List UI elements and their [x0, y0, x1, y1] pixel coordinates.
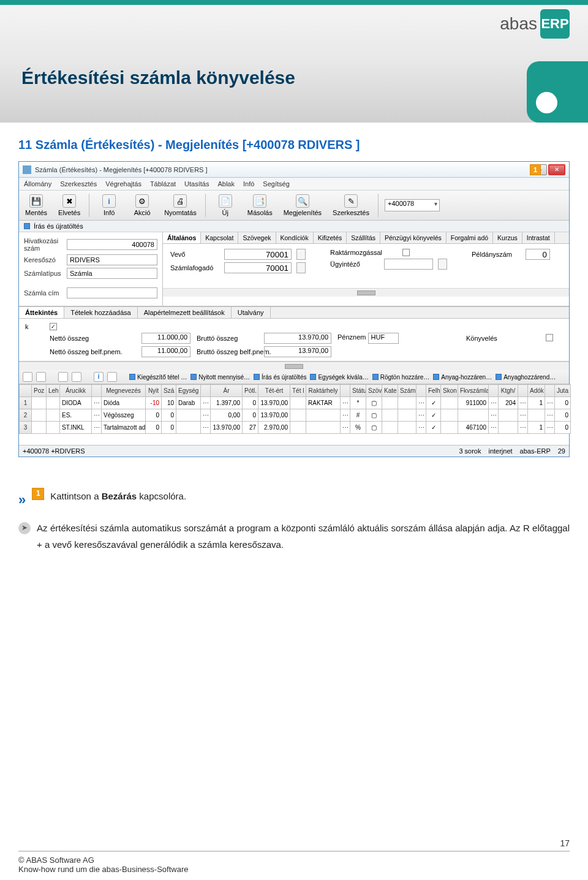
ref-no-input[interactable] — [67, 239, 157, 250]
menu-item[interactable]: Táblázat — [150, 180, 176, 188]
lookup-icon[interactable] — [296, 249, 306, 260]
header-band: abas ERP Értékesítési számla könyvelése — [0, 0, 588, 123]
ref-no-label: Hivatkozási szám — [24, 237, 63, 252]
invoice-title-label: Számla cím — [24, 289, 63, 297]
app-window: Számla (Értékesítés) - Megjelenítés [+40… — [18, 161, 570, 457]
action-button[interactable]: ⚙Akció — [129, 193, 156, 218]
lookup-icon[interactable] — [296, 262, 306, 273]
tab-general[interactable]: Általános — [163, 232, 201, 243]
szamlafogado-input[interactable] — [224, 262, 292, 273]
instruction-step-1: Kattintson a Bezárás kapcsolóra. — [50, 488, 570, 512]
tab-voucher[interactable]: Utalvány — [232, 307, 271, 318]
konyveles-label: Könyvelés — [466, 335, 540, 342]
tb-action[interactable]: Anyag-hozzáren… — [433, 374, 492, 381]
menubar: Állomány Szerkesztés Végrehajtás Tábláza… — [19, 178, 569, 191]
page-number: 17 — [560, 838, 570, 848]
menu-item[interactable]: Infó — [243, 180, 254, 188]
titlebar: Számla (Értékesítés) - Megjelenítés [+40… — [19, 162, 569, 178]
tab-delivery[interactable]: Szállítás — [347, 232, 380, 243]
raktar-checkbox[interactable] — [402, 249, 410, 256]
tb-icon[interactable] — [107, 372, 117, 382]
menu-item[interactable]: Utasítás — [184, 180, 209, 188]
invoice-title-input[interactable] — [67, 287, 157, 298]
tab-texts[interactable]: Szövegek — [238, 232, 276, 243]
grid-toolbar: i Kiegészítő tétel … Nyitott mennyisé… Í… — [19, 370, 569, 384]
subbar-label[interactable]: Írás és újratöltés — [34, 222, 83, 230]
tb-action[interactable]: Írás és újratöltés — [254, 374, 306, 381]
peldany-input[interactable] — [526, 249, 550, 260]
lookup-input[interactable]: +400078 — [385, 199, 440, 211]
search-input[interactable] — [67, 254, 157, 265]
search-label: Keresőszó — [24, 256, 63, 264]
tb-action[interactable]: Kiegészítő tétel … — [129, 374, 187, 381]
tab-conditions[interactable]: Kondíciók — [276, 232, 314, 243]
menu-item[interactable]: Ablak — [217, 180, 235, 188]
tab-add-items[interactable]: Tételek hozzáadása — [64, 307, 137, 318]
vevo-input[interactable] — [224, 249, 292, 260]
save-icon: 💾 — [29, 194, 43, 208]
callout-ref-1: 1 — [32, 488, 44, 500]
hscrollbar[interactable] — [19, 362, 569, 370]
info-button[interactable]: iInfó — [96, 193, 123, 218]
close-button[interactable]: ✕ — [548, 164, 565, 175]
tab-payment[interactable]: Kifizetés — [314, 232, 347, 243]
info-icon: i — [102, 194, 116, 208]
copy-button[interactable]: 📑Másolás — [245, 193, 275, 218]
instruction-paragraph: Az értékesítési számla automatikus sorsz… — [37, 520, 570, 553]
tb-icon[interactable] — [36, 372, 46, 382]
footer-tagline: Know-how rund um die abas-Business-Softw… — [18, 865, 570, 874]
discard-button[interactable]: ✖Elvetés — [56, 193, 83, 218]
szamlafogado-label: Számlafogadó — [170, 264, 219, 271]
tab-contact[interactable]: Kapcsolat — [201, 232, 238, 243]
table-row[interactable]: 3ST.INKL⋯Tartalmazott adó00⋯13.970,00272… — [20, 422, 571, 434]
konyveles-checkbox[interactable] — [546, 334, 553, 341]
k-checkbox[interactable]: ✓ — [50, 323, 57, 330]
tab-financial[interactable]: Pénzügyi könyvelés — [380, 232, 447, 243]
lower-tabstrip: Áttekintés Tételek hozzáadása Alapértelm… — [19, 306, 569, 319]
app-icon — [23, 165, 31, 174]
tb-icon[interactable] — [58, 372, 68, 382]
tab-overview[interactable]: Áttekintés — [19, 307, 64, 318]
discard-icon: ✖ — [62, 194, 76, 208]
tb-icon[interactable]: i — [94, 372, 104, 382]
statusbar: +400078 +RDIVERS 3 sorok interjnet abas-… — [19, 445, 569, 457]
tb-action[interactable]: Egységek kivála… — [310, 374, 368, 381]
subbar-icon — [24, 223, 30, 229]
tb-icon[interactable] — [23, 372, 32, 382]
print-icon: 🖨 — [173, 194, 187, 208]
tab-rate[interactable]: Kurzus — [493, 232, 522, 243]
menu-item[interactable]: Végrehajtás — [105, 180, 141, 188]
view-button[interactable]: 🔍Megjelenítés — [281, 193, 324, 218]
menu-item[interactable]: Szerkesztés — [60, 180, 97, 188]
tb-action[interactable]: Nyitott mennyisé… — [190, 374, 250, 381]
penznem-label: Pénznem — [337, 333, 366, 341]
edit-button[interactable]: ✎Szerkesztés — [330, 193, 372, 218]
type-label: Számlatípus — [24, 270, 63, 277]
window-title: Számla (Értékesítés) - Megjelenítés [+40… — [35, 166, 530, 173]
status-host: interjnet — [488, 447, 512, 455]
penznem-value: HUF — [368, 333, 399, 344]
hscrollbar[interactable] — [163, 288, 569, 297]
tb-action[interactable]: Anyaghozzárend… — [496, 374, 556, 381]
tb-icon[interactable] — [72, 372, 81, 382]
table-row[interactable]: 2ES.⋯Végösszeg00⋯0,00013.970,00⋯#▢⋯✓⋯⋯⋯0 — [20, 409, 571, 422]
tab-intrastat[interactable]: Intrastat — [522, 232, 555, 243]
print-button[interactable]: 🖨Nyomtatás — [162, 193, 199, 218]
table-row[interactable]: 1DIODA⋯Dióda-1010Darab⋯1.397,00013.970,0… — [20, 397, 571, 409]
brand-logo: abas ERP — [500, 9, 570, 39]
gear-icon: ⚙ — [135, 194, 149, 208]
left-form-panel: Hivatkozási szám Keresőszó Számlatípus S… — [19, 232, 163, 306]
tab-defaults[interactable]: Alapértelmezett beállítások — [138, 307, 232, 318]
status-left: +400078 +RDIVERS — [23, 447, 85, 455]
save-button[interactable]: 💾Mentés — [23, 193, 50, 218]
lookup-icon[interactable] — [438, 259, 447, 270]
menu-item[interactable]: Segítség — [263, 180, 289, 188]
type-input[interactable] — [67, 268, 157, 279]
menu-item[interactable]: Állomány — [24, 180, 51, 188]
status-rows: 3 sorok — [459, 447, 481, 455]
tab-tax[interactable]: Forgalmi adó — [447, 232, 493, 243]
tb-action[interactable]: Rögtön hozzáre… — [372, 374, 430, 381]
new-button[interactable]: 📄Új — [212, 193, 239, 218]
ugyintezo-input[interactable] — [384, 259, 433, 270]
status-num: 29 — [558, 447, 565, 455]
